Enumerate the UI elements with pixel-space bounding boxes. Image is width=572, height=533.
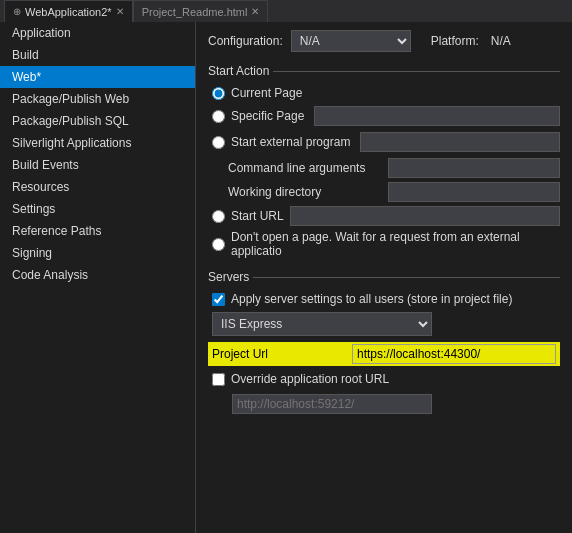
project-url-row: Project Url [208, 342, 560, 366]
radio-current-page[interactable]: Current Page [208, 86, 560, 100]
sidebar-item-settings[interactable]: Settings [0, 198, 195, 220]
radio-specific-page-label: Specific Page [231, 109, 304, 123]
project-url-label: Project Url [212, 347, 352, 361]
start-action-section: Start Action [208, 64, 560, 78]
servers-section-title: Servers [208, 270, 560, 284]
tab-webapp-label: WebApplication2* [25, 6, 112, 18]
radio-dont-open-input[interactable] [212, 238, 225, 251]
radio-current-page-input[interactable] [212, 87, 225, 100]
start-url-row[interactable]: Start URL [208, 206, 560, 226]
sidebar-item-package-web[interactable]: Package/Publish Web [0, 88, 195, 110]
platform-value: N/A [491, 34, 511, 48]
config-label: Configuration: [208, 34, 283, 48]
cmd-line-input[interactable] [388, 158, 560, 178]
start-action-label: Start Action [208, 64, 269, 78]
section-divider [273, 71, 560, 72]
dont-open-text: Don't open a page. Wait for a request fr… [231, 230, 560, 258]
override-url-row[interactable]: Override application root URL [208, 372, 560, 386]
close-tab-webapp[interactable]: ✕ [116, 6, 124, 17]
radio-current-page-label: Current Page [231, 86, 302, 100]
close-tab-readme[interactable]: ✕ [251, 6, 259, 17]
cmd-line-row: Command line arguments [208, 158, 560, 178]
project-url-input[interactable] [352, 344, 556, 364]
radio-start-url-input[interactable] [212, 210, 225, 223]
start-url-label: Start URL [231, 209, 284, 223]
sidebar: Application Build Web* Package/Publish W… [0, 22, 196, 533]
apply-server-row[interactable]: Apply server settings to all users (stor… [208, 292, 560, 306]
working-dir-label: Working directory [228, 185, 388, 199]
apply-server-checkbox[interactable] [212, 293, 225, 306]
specific-page-input[interactable] [314, 106, 560, 126]
config-row: Configuration: N/A Platform: N/A [208, 30, 560, 52]
sidebar-item-build[interactable]: Build [0, 44, 195, 66]
override-url-label: Override application root URL [231, 372, 389, 386]
cmd-line-label: Command line arguments [228, 161, 388, 175]
sidebar-item-resources[interactable]: Resources [0, 176, 195, 198]
sidebar-item-reference-paths[interactable]: Reference Paths [0, 220, 195, 242]
sidebar-item-signing[interactable]: Signing [0, 242, 195, 264]
sidebar-item-package-sql[interactable]: Package/Publish SQL [0, 110, 195, 132]
server-select[interactable]: IIS Express [212, 312, 432, 336]
servers-label: Servers [208, 270, 249, 284]
radio-external-program-input[interactable] [212, 136, 225, 149]
working-dir-input[interactable] [388, 182, 560, 202]
config-select[interactable]: N/A [291, 30, 411, 52]
title-bar: ⊕ WebApplication2* ✕ Project_Readme.html… [0, 0, 572, 22]
radio-external-program-label: Start external program [231, 135, 350, 149]
sidebar-item-build-events[interactable]: Build Events [0, 154, 195, 176]
servers-section: Servers Apply server settings to all use… [208, 270, 560, 414]
tab-readme-label: Project_Readme.html [142, 6, 248, 18]
radio-specific-page-row[interactable]: Specific Page [208, 106, 560, 126]
start-url-text-input[interactable] [290, 206, 560, 226]
sidebar-item-code-analysis[interactable]: Code Analysis [0, 264, 195, 286]
sidebar-item-silverlight[interactable]: Silverlight Applications [0, 132, 195, 154]
servers-divider [253, 277, 560, 278]
main-container: Application Build Web* Package/Publish W… [0, 22, 572, 533]
content-area: Configuration: N/A Platform: N/A Start A… [196, 22, 572, 533]
dont-open-row[interactable]: Don't open a page. Wait for a request fr… [208, 230, 560, 258]
external-program-input[interactable] [360, 132, 560, 152]
radio-specific-page-input[interactable] [212, 110, 225, 123]
sidebar-item-application[interactable]: Application [0, 22, 195, 44]
radio-external-program-row[interactable]: Start external program [208, 132, 560, 152]
platform-label: Platform: [431, 34, 479, 48]
tab-webapp[interactable]: ⊕ WebApplication2* ✕ [4, 0, 133, 22]
override-url-input[interactable] [232, 394, 432, 414]
sidebar-item-web[interactable]: Web* [0, 66, 195, 88]
apply-server-label: Apply server settings to all users (stor… [231, 292, 512, 306]
override-url-checkbox[interactable] [212, 373, 225, 386]
working-dir-row: Working directory [208, 182, 560, 202]
tab-readme[interactable]: Project_Readme.html ✕ [133, 0, 269, 22]
pin-icon: ⊕ [13, 6, 21, 17]
